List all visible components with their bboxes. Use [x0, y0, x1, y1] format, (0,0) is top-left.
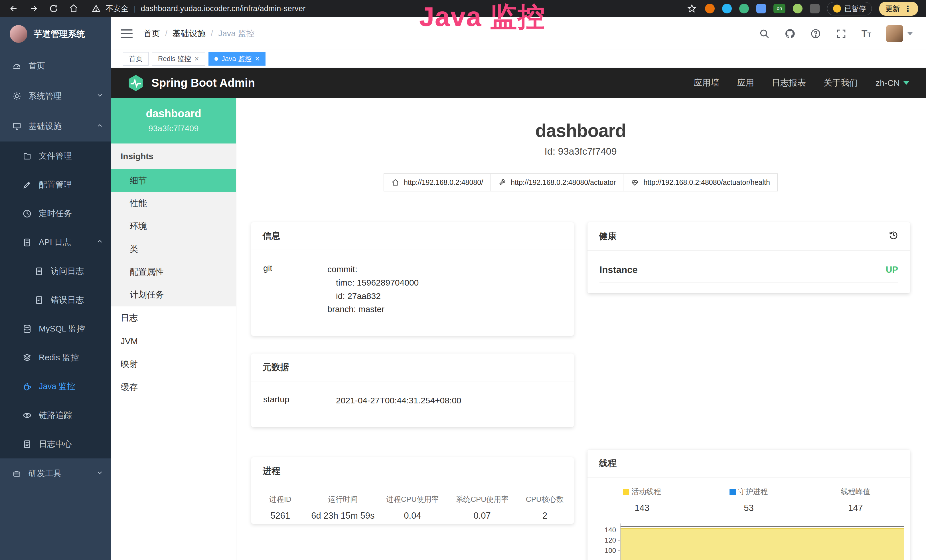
legend-label: 线程峰值: [841, 487, 870, 496]
sidebar-item-trace[interactable]: 链路追踪: [0, 401, 111, 430]
sba-brand[interactable]: Spring Boot Admin: [127, 74, 255, 92]
eye-icon: [22, 411, 32, 420]
y-tick-label: 140: [605, 526, 616, 534]
extension-icon[interactable]: [705, 4, 715, 14]
info-card: 信息 git commit: time: 1596289704000: [251, 222, 574, 336]
url-text[interactable]: dashboard.yudao.iocoder.cn/infra/admin-s…: [141, 4, 306, 13]
axis-tick: [618, 550, 620, 551]
sidebar-item-file-manage[interactable]: 文件管理: [0, 141, 111, 170]
sba-main: dashboard Id: 93a3fc7f7409 http://192.16…: [236, 98, 926, 560]
instance-selector[interactable]: dashboard 93a3fc7f7409: [111, 98, 236, 144]
sidebar-item-devtools[interactable]: 研发工具: [0, 459, 111, 489]
process-col-process-cpu: 进程CPU使用率 0.04: [378, 494, 447, 521]
reload-icon[interactable]: [48, 3, 59, 14]
extension-puzzle-icon[interactable]: [810, 4, 820, 14]
sba-nav-about[interactable]: 关于我们: [824, 77, 858, 89]
card-title-text: 元数据: [263, 361, 289, 373]
tab-java-monitor[interactable]: Java 监控 ×: [209, 52, 265, 66]
log-icon: [22, 440, 32, 449]
sba-nav-applications[interactable]: 应用: [737, 77, 754, 89]
sba-item-scheduled-tasks[interactable]: 计划任务: [111, 283, 236, 306]
sidebar-item-api-log[interactable]: API 日志: [0, 228, 111, 257]
card-title: 线程: [587, 450, 910, 478]
sba-nav-wallboard[interactable]: 应用墙: [694, 77, 719, 89]
y-tick-label: 100: [605, 546, 616, 555]
sba-item-metrics[interactable]: 性能: [111, 192, 236, 215]
browser-menu-icon[interactable]: ⋮: [904, 4, 912, 14]
hamburger-icon[interactable]: [121, 29, 133, 38]
sba-item-jvm[interactable]: JVM: [111, 330, 236, 353]
extension-grid-icon[interactable]: [756, 4, 766, 14]
back-icon[interactable]: [8, 3, 20, 14]
link-label: http://192.168.0.2:48080/actuator: [511, 178, 616, 186]
sba-item-mappings[interactable]: 映射: [111, 353, 236, 376]
chevron-up-icon: [96, 238, 103, 247]
dashboard-icon: [12, 61, 22, 70]
peak-threads-line: [620, 526, 904, 527]
sidebar-item-log-center[interactable]: 日志中心: [0, 430, 111, 459]
vue-devtools-icon[interactable]: [739, 4, 749, 14]
legend-live-threads: 活动线程 143: [589, 487, 695, 513]
sidebar-item-config-manage[interactable]: 配置管理: [0, 170, 111, 199]
process-col-uptime: 运行时间 6d 23h 15m 59s: [308, 494, 378, 521]
fullscreen-icon[interactable]: [836, 28, 847, 39]
live-threads-area: [620, 528, 904, 560]
history-icon[interactable]: [888, 230, 899, 242]
extension-on-badge[interactable]: on: [773, 4, 785, 13]
sidebar-menu: 首页 系统管理 基础设施 文件管理: [0, 51, 111, 560]
service-url-link[interactable]: http://192.168.0.2:48080/: [384, 173, 491, 191]
github-icon[interactable]: [785, 28, 795, 39]
browser-home-icon[interactable]: [68, 3, 79, 14]
card-title: 信息: [251, 222, 574, 250]
sba-item-details[interactable]: 细节: [111, 169, 236, 192]
update-button[interactable]: 更新 ⋮: [879, 2, 918, 16]
sidebar-item-access-log[interactable]: 访问日志: [0, 257, 111, 286]
sidebar-item-scheduled-jobs[interactable]: 定时任务: [0, 199, 111, 228]
actuator-url-link[interactable]: http://192.168.0.2:48080/actuator: [490, 173, 623, 191]
extension-icon[interactable]: [722, 4, 732, 14]
breadcrumb-home[interactable]: 首页: [144, 28, 160, 39]
font-size-icon[interactable]: TT: [861, 28, 871, 39]
breadcrumb-infra[interactable]: 基础设施: [172, 28, 206, 39]
sidebar-item-infra[interactable]: 基础设施: [0, 111, 111, 141]
breadcrumb-separator: /: [165, 29, 167, 38]
close-icon[interactable]: ×: [195, 55, 199, 63]
sidebar-item-system[interactable]: 系统管理: [0, 81, 111, 111]
security-label[interactable]: 不安全: [106, 3, 129, 14]
sidebar-item-home[interactable]: 首页: [0, 51, 111, 81]
help-icon[interactable]: [810, 28, 821, 39]
extension-leaf-icon[interactable]: [793, 4, 802, 14]
sba-item-config-props[interactable]: 配置属性: [111, 260, 236, 283]
sba-item-classes[interactable]: 类: [111, 238, 236, 260]
logo-avatar: [10, 25, 27, 43]
paused-badge[interactable]: 已暂停: [827, 2, 872, 15]
close-icon[interactable]: ×: [255, 55, 260, 63]
sidebar-item-label: 访问日志: [51, 266, 84, 277]
tab-redis-monitor[interactable]: Redis 监控 ×: [152, 52, 205, 66]
sba-item-caches[interactable]: 缓存: [111, 376, 236, 399]
sidebar-item-java-monitor[interactable]: Java 监控: [0, 372, 111, 401]
sidebar-item-mysql-monitor[interactable]: MySQL 监控: [0, 314, 111, 343]
sba-item-logs[interactable]: 日志: [111, 306, 236, 330]
address-bar[interactable]: 不安全 | dashboard.yudao.iocoder.cn/infra/a…: [92, 3, 306, 14]
app-logo[interactable]: 芋道管理系统: [0, 17, 111, 51]
language-selector[interactable]: zh-CN: [876, 78, 909, 88]
bookmark-star-icon[interactable]: [686, 3, 698, 14]
forward-icon[interactable]: [28, 3, 39, 14]
tab-home[interactable]: 首页: [123, 52, 148, 66]
health-url-link[interactable]: http://192.168.0.2:48080/actuator/health: [623, 173, 778, 191]
sba-logo-icon: [127, 74, 145, 92]
document-icon: [34, 267, 44, 276]
process-col-cpus: CPU核心数 2: [517, 494, 573, 521]
workspace: 芋道管理系统 首页 系统管理 基础设施: [0, 17, 926, 560]
avatar[interactable]: [886, 25, 903, 42]
wrench-icon: [498, 179, 506, 186]
sidebar-item-redis-monitor[interactable]: Redis 监控: [0, 343, 111, 372]
sba-nav: 应用墙 应用 日志报表 关于我们 zh-CN: [694, 77, 909, 89]
user-menu[interactable]: [886, 25, 913, 42]
search-icon[interactable]: [759, 28, 770, 39]
sba-nav-journal[interactable]: 日志报表: [772, 77, 806, 89]
sba-item-environment[interactable]: 环境: [111, 215, 236, 238]
y-tick-label: 120: [605, 536, 616, 544]
sidebar-item-error-log[interactable]: 错误日志: [0, 286, 111, 314]
